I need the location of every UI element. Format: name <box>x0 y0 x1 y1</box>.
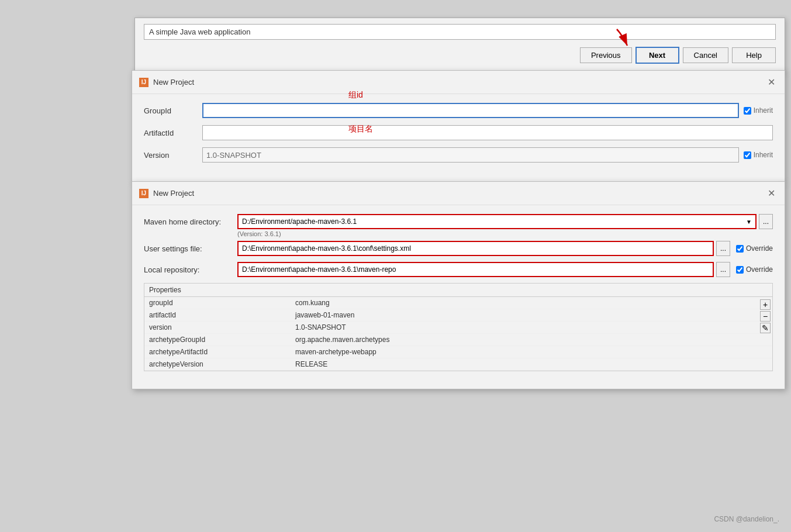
groupid-label: GroupId <box>144 106 202 115</box>
watermark: CSDN @dandelion_. <box>714 515 779 523</box>
groupid-inherit: Inherit <box>744 106 773 115</box>
maven-home-label: Maven home directory: <box>144 217 237 226</box>
property-row: archetypeGroupIdorg.apache.maven.archety… <box>144 334 772 346</box>
user-settings-input[interactable] <box>237 241 714 256</box>
local-repo-row: Local repository: ... Override 本地仓库 <box>144 262 773 277</box>
top-dialog-buttons: Previous Next Cancel Help <box>144 47 776 64</box>
artifactid-label: ArtifactId <box>144 129 202 137</box>
version-inherit: Inherit <box>744 151 773 159</box>
maven-home-value: D:/Environment/apache-maven-3.6.1 <box>242 217 357 226</box>
version-inherit-checkbox[interactable] <box>744 151 751 159</box>
groupid-inherit-checkbox[interactable] <box>744 107 751 115</box>
user-settings-browse-button[interactable]: ... <box>716 241 730 256</box>
version-row: Version Inherit <box>144 147 773 163</box>
next-button[interactable]: Next <box>635 47 679 64</box>
new-project-dialog-1: IJ New Project ✕ GroupId Inherit 组id Art… <box>132 70 785 182</box>
version-input[interactable] <box>202 147 739 163</box>
property-value: com.kuang <box>291 297 772 309</box>
properties-actions-panel: + − ✎ <box>758 297 772 371</box>
top-dialog: Previous Next Cancel Help <box>134 18 785 73</box>
intellij-logo-icon-2: IJ <box>139 189 148 198</box>
groupid-row: GroupId Inherit 组id <box>144 103 773 118</box>
previous-button[interactable]: Previous <box>580 47 632 63</box>
maven-home-browse-button[interactable]: ... <box>759 214 773 229</box>
maven-home-dropdown[interactable]: D:/Environment/apache-maven-3.6.1 ▼ <box>237 214 757 229</box>
local-repo-input[interactable] <box>237 262 714 277</box>
property-value: org.apache.maven.archetypes <box>291 334 772 346</box>
groupid-input[interactable] <box>202 103 739 118</box>
property-key: archetypeArtifactId <box>144 346 291 358</box>
help-button[interactable]: Help <box>732 47 776 63</box>
dialog1-title-left: IJ New Project <box>139 78 194 87</box>
user-settings-override: Override <box>736 244 773 253</box>
local-repo-label: Local repository: <box>144 265 237 274</box>
user-settings-override-label: Override <box>746 244 773 253</box>
version-label: Version <box>144 151 202 160</box>
properties-table: groupIdcom.kuangartifactIdjavaweb-01-mav… <box>144 297 772 371</box>
property-row: version1.0-SNAPSHOT <box>144 322 772 334</box>
version-inherit-label: Inherit <box>754 151 773 159</box>
property-row: groupIdcom.kuang <box>144 297 772 309</box>
property-value: maven-archetype-webapp <box>291 346 772 358</box>
artifactid-input[interactable] <box>202 125 773 140</box>
maven-version-hint: (Version: 3.6.1) <box>237 230 773 237</box>
dialog2-titlebar: IJ New Project ✕ <box>132 182 785 205</box>
property-value: javaweb-01-maven <box>291 309 772 322</box>
property-key: version <box>144 322 291 334</box>
property-row: artifactIdjavaweb-01-maven <box>144 309 772 322</box>
dialog1-close-button[interactable]: ✕ <box>765 75 778 89</box>
local-repo-override-checkbox[interactable] <box>736 266 744 274</box>
property-value: 1.0-SNAPSHOT <box>291 322 772 334</box>
dialog1-body: GroupId Inherit 组id ArtifactId 项目名 Versi… <box>132 94 785 181</box>
maven-home-input-wrapper: D:/Environment/apache-maven-3.6.1 ▼ ... <box>237 214 773 229</box>
edit-property-button[interactable]: ✎ <box>760 323 771 333</box>
local-repo-browse-button[interactable]: ... <box>716 262 730 277</box>
user-settings-override-checkbox[interactable] <box>736 245 744 253</box>
user-settings-label: User settings file: <box>144 244 237 253</box>
remove-property-button[interactable]: − <box>760 311 771 322</box>
maven-home-chevron: ▼ <box>746 219 752 225</box>
dialog2-title: New Project <box>153 189 194 198</box>
artifactid-row: ArtifactId 项目名 <box>144 125 773 140</box>
groupid-inherit-label: Inherit <box>754 106 773 115</box>
local-repo-override-label: Override <box>746 265 773 274</box>
maven-home-row: Maven home directory: D:/Environment/apa… <box>144 214 773 229</box>
user-settings-input-wrapper: ... Override <box>237 241 773 256</box>
property-value: RELEASE <box>291 358 772 371</box>
properties-wrapper: Properties groupIdcom.kuangartifactIdjav… <box>144 283 773 371</box>
properties-header: Properties <box>144 284 772 297</box>
property-key: archetypeVersion <box>144 358 291 371</box>
local-repo-input-wrapper: ... Override <box>237 262 773 277</box>
intellij-logo-icon: IJ <box>139 78 148 87</box>
dialog2-close-button[interactable]: ✕ <box>765 186 778 200</box>
add-property-button[interactable]: + <box>760 299 771 310</box>
property-row: archetypeVersionRELEASE <box>144 358 772 371</box>
cancel-button[interactable]: Cancel <box>683 47 728 63</box>
property-key: archetypeGroupId <box>144 334 291 346</box>
dialog1-title: New Project <box>153 78 194 87</box>
new-project-dialog-2: IJ New Project ✕ Maven home directory: D… <box>132 181 785 389</box>
property-key: artifactId <box>144 309 291 322</box>
dialog1-titlebar: IJ New Project ✕ <box>132 71 785 94</box>
user-settings-row: User settings file: ... Override 用户设置文件 <box>144 241 773 256</box>
property-key: groupId <box>144 297 291 309</box>
property-row: archetypeArtifactIdmaven-archetype-webap… <box>144 346 772 358</box>
description-input[interactable] <box>144 24 776 40</box>
dialog2-body: Maven home directory: D:/Environment/apa… <box>132 205 785 389</box>
properties-section: Properties groupIdcom.kuangartifactIdjav… <box>144 283 773 371</box>
local-repo-override: Override <box>736 265 773 274</box>
dialog2-title-left: IJ New Project <box>139 189 194 198</box>
